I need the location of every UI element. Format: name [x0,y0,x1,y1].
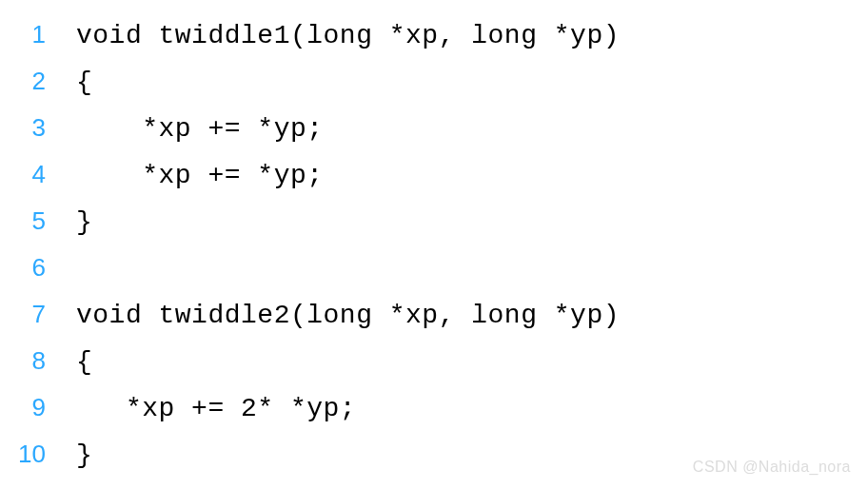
line-number: 10 [0,431,53,478]
line-number: 7 [0,291,53,338]
code-text: { [53,59,92,106]
code-text: } [53,199,92,245]
line-number: 2 [0,58,53,105]
code-line: 8 { [0,338,868,384]
code-line: 5 } [0,198,868,244]
line-number: 4 [0,151,53,198]
code-text: { [53,339,92,385]
code-block: 1 void twiddle1(long *xp, long *yp) 2 { … [0,11,868,478]
watermark: CSDN @Nahida_nora [693,459,851,476]
code-line: 3 *xp += *yp; [0,105,868,151]
code-text: } [53,432,92,479]
code-text: *xp += *yp; [53,152,324,199]
line-number: 9 [0,384,53,431]
code-line: 1 void twiddle1(long *xp, long *yp) [0,11,868,58]
code-line: 9 *xp += 2* *yp; [0,384,868,431]
line-number: 5 [0,198,53,244]
code-line: 4 *xp += *yp; [0,151,868,198]
code-line: 6 [0,244,868,291]
code-text: void twiddle1(long *xp, long *yp) [53,12,620,59]
line-number: 3 [0,105,53,151]
code-text: *xp += *yp; [53,106,324,152]
code-line: 2 { [0,58,868,105]
code-line: 7 void twiddle2(long *xp, long *yp) [0,291,868,338]
code-text: void twiddle2(long *xp, long *yp) [53,292,620,339]
line-number: 1 [0,11,53,58]
line-number: 8 [0,338,53,384]
code-text: *xp += 2* *yp; [53,385,356,432]
line-number: 6 [0,244,53,291]
